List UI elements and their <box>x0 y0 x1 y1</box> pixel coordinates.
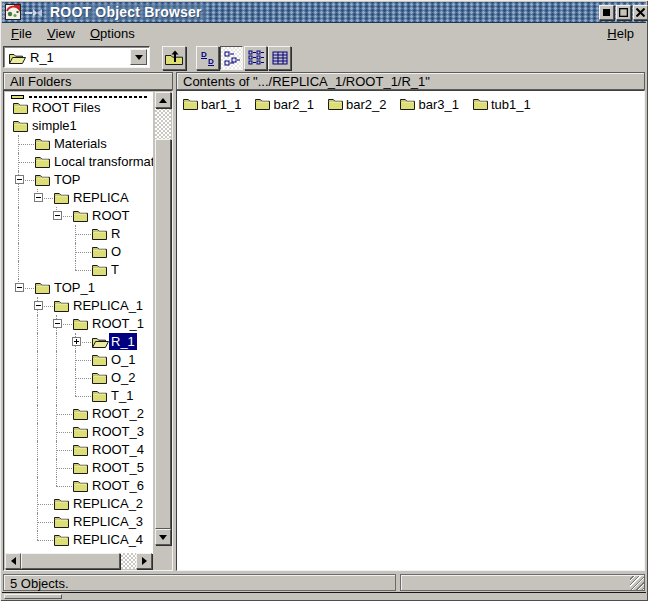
tree-connector <box>75 378 91 379</box>
maximize-button[interactable] <box>616 5 631 20</box>
tree-item-local-transformations[interactable]: Local transformations <box>5 153 153 171</box>
tree-connector <box>56 468 72 469</box>
collapse-minus-icon[interactable] <box>53 319 62 328</box>
folder-icon <box>72 443 89 457</box>
folder-icon <box>182 97 199 111</box>
scroll-right-button[interactable] <box>136 553 152 569</box>
scroll-left-button[interactable] <box>5 553 21 569</box>
folder-icon <box>91 353 108 367</box>
tree-item-replica-4[interactable]: REPLICA_4 <box>5 531 153 549</box>
tree-item-replica[interactable]: REPLICA <box>5 189 153 207</box>
tree-item-label: O <box>109 243 123 260</box>
up-one-level-button[interactable] <box>162 46 186 70</box>
tree-item-simple1[interactable]: simple1 <box>5 117 153 135</box>
scroll-up-button[interactable] <box>155 92 171 108</box>
menu-item-help[interactable]: Help <box>601 24 640 43</box>
menu-item-file[interactable]: File <box>5 24 38 43</box>
tree-item-o[interactable]: O <box>5 243 153 261</box>
tree-item-r-1[interactable]: R_1 <box>5 333 153 351</box>
content-item-bar2_1[interactable]: bar2_1 <box>254 96 313 112</box>
vertical-scroll-thumb[interactable] <box>155 139 171 529</box>
tree-guide-line <box>56 369 57 387</box>
tree-item-label: simple1 <box>30 117 79 134</box>
tree-connector <box>56 486 72 487</box>
content-item-bar2_2[interactable]: bar2_2 <box>327 96 386 112</box>
tree-item-replica-3[interactable]: REPLICA_3 <box>5 513 153 531</box>
tree-item-root-6[interactable]: ROOT_6 <box>5 477 153 495</box>
tree-item-root-files[interactable]: ROOT Files <box>5 99 153 117</box>
tree-item-root-2[interactable]: ROOT_2 <box>5 405 153 423</box>
collapse-minus-icon[interactable] <box>34 193 43 202</box>
content-item-label: bar2_1 <box>273 97 313 112</box>
tree-item-root-5[interactable]: ROOT_5 <box>5 459 153 477</box>
tree-guide-line <box>18 207 19 225</box>
large-icons-view-button[interactable]: D D <box>196 46 219 70</box>
tree-connector <box>75 270 91 271</box>
tree-item-o-2[interactable]: O_2 <box>5 369 153 387</box>
tree-item-o-1[interactable]: O_1 <box>5 351 153 369</box>
tree-item-label: REPLICA_4 <box>71 531 145 548</box>
folder-icon <box>53 497 70 511</box>
tree-item-r[interactable]: R <box>5 225 153 243</box>
tree-connector <box>56 414 72 415</box>
collapse-minus-icon[interactable] <box>34 301 43 310</box>
collapse-minus-icon[interactable] <box>15 283 24 292</box>
root-object-browser-window: ROOT Object Browser FileViewOptions Help <box>0 0 648 601</box>
tree-item-materials[interactable]: Materials <box>5 135 153 153</box>
combobox-dropdown-button[interactable] <box>130 49 147 65</box>
tree-horizontal-scrollbar[interactable] <box>5 553 152 569</box>
list-view-button[interactable] <box>244 46 267 70</box>
tree-guide-line <box>37 351 38 369</box>
folders-pane: ROOT Filessimple1MaterialsLocal transfor… <box>3 90 173 571</box>
content-item-bar3_1[interactable]: bar3_1 <box>399 96 458 112</box>
close-button[interactable] <box>633 5 648 20</box>
tree-guide-line <box>37 333 38 351</box>
tree-item-root[interactable]: ROOT <box>5 207 153 225</box>
toolbar: R_1 D D <box>0 44 648 72</box>
tree-item-replica-2[interactable]: REPLICA_2 <box>5 495 153 513</box>
small-icons-view-button[interactable] <box>220 46 243 70</box>
content-item-bar1_1[interactable]: bar1_1 <box>182 96 241 112</box>
resize-grip[interactable] <box>630 576 644 590</box>
expand-plus-icon[interactable] <box>72 337 81 346</box>
tree-guide-line <box>37 531 38 540</box>
menu-bar: FileViewOptions Help <box>2 23 646 44</box>
content-item-tub1_1[interactable]: tub1_1 <box>472 96 531 112</box>
frame-handle[interactable] <box>4 594 62 599</box>
contents-pane[interactable]: bar1_1bar2_1bar2_2bar3_1tub1_1 <box>176 90 645 571</box>
scroll-down-button[interactable] <box>155 529 171 545</box>
tree-item-t-1[interactable]: T_1 <box>5 387 153 405</box>
tree-item-label: O_2 <box>109 369 138 386</box>
tree-item-root-3[interactable]: ROOT_3 <box>5 423 153 441</box>
collapse-minus-icon[interactable] <box>15 175 24 184</box>
tree-guide-line <box>37 387 38 405</box>
svg-text:D: D <box>208 57 214 66</box>
contents-items: bar1_1bar2_1bar2_2bar3_1tub1_1 <box>182 96 531 112</box>
tree-guide-line <box>37 405 38 423</box>
horizontal-scroll-thumb[interactable] <box>21 553 120 569</box>
collapse-minus-icon[interactable] <box>53 211 62 220</box>
tree-item-root-1[interactable]: ROOT_1 <box>5 315 153 333</box>
title-bar[interactable]: ROOT Object Browser <box>2 2 646 23</box>
tree-guide-line <box>56 477 57 486</box>
menu-item-options[interactable]: Options <box>84 24 141 43</box>
folder-icon <box>72 479 89 493</box>
folder-icon <box>34 173 51 187</box>
tree-item-root-4[interactable]: ROOT_4 <box>5 441 153 459</box>
tree-connector <box>18 144 34 145</box>
tree-item-top-1[interactable]: TOP_1 <box>5 279 153 297</box>
folder-icon <box>91 263 108 277</box>
minimize-button[interactable] <box>599 5 614 20</box>
tree-item-replica-1[interactable]: REPLICA_1 <box>5 297 153 315</box>
tree-guide-line <box>18 225 19 243</box>
left-pane-header: All Folders <box>3 72 173 90</box>
folder-tree[interactable]: ROOT Filessimple1MaterialsLocal transfor… <box>5 92 153 554</box>
details-view-button[interactable] <box>268 46 291 70</box>
tree-vertical-scrollbar[interactable] <box>155 92 171 545</box>
tree-item-top[interactable]: TOP <box>5 171 153 189</box>
folder-icon <box>34 281 51 295</box>
folder-combobox[interactable]: R_1 <box>3 46 150 68</box>
tree-item-t[interactable]: T <box>5 261 153 279</box>
window-pin-icon[interactable] <box>25 8 43 18</box>
menu-item-view[interactable]: View <box>41 24 81 43</box>
